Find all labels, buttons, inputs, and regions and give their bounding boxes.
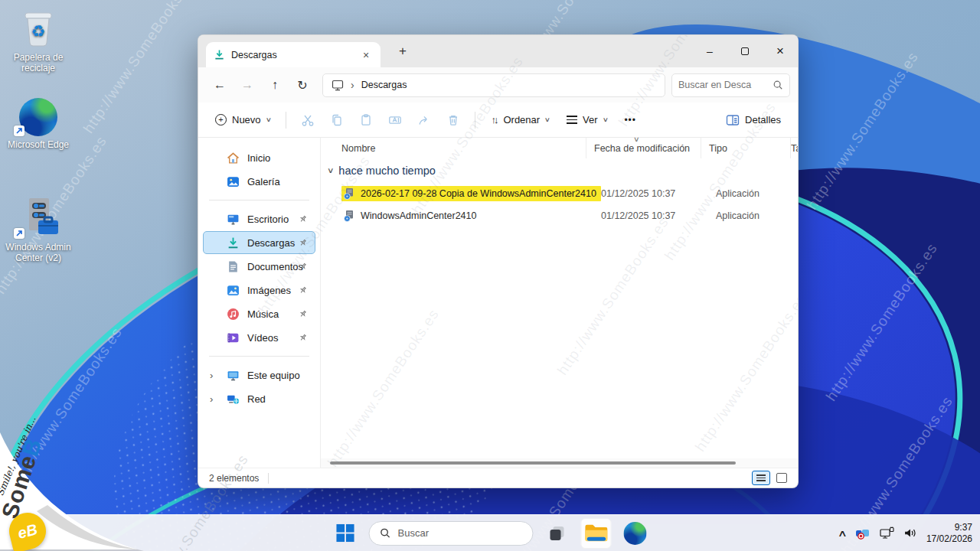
pin-icon <box>298 262 308 272</box>
tab-descargas[interactable]: Descargas × <box>206 42 381 67</box>
maximize-button[interactable] <box>727 35 763 67</box>
music-icon <box>227 308 240 321</box>
more-options-button[interactable]: ••• <box>616 107 644 133</box>
refresh-button[interactable]: ↻ <box>289 73 316 97</box>
view-button[interactable]: Ver ∨ <box>559 107 615 133</box>
pictures-icon <box>227 284 240 297</box>
sort-button-label: Ordenar <box>503 114 540 126</box>
column-header-nombre[interactable]: Nombre <box>321 138 586 158</box>
sort-button[interactable]: ↑↓ Ordenar ∨ <box>483 107 557 133</box>
taskbar-search-input[interactable] <box>398 527 523 539</box>
share-button[interactable] <box>410 108 438 132</box>
windows-logo-icon <box>335 523 354 543</box>
forward-button[interactable]: → <box>234 73 261 97</box>
navigation-pane: Inicio Galería Escritorio <box>198 138 321 468</box>
status-bar: 2 elementos <box>198 468 798 487</box>
sidebar-item-videos[interactable]: Vídeos <box>203 326 315 349</box>
column-header-tipo[interactable]: Tipo <box>701 138 790 158</box>
desktop-icon-recycle-bin[interactable]: ♻ Papelera de reciclaje <box>2 6 75 73</box>
sidebar-item-imagenes[interactable]: Imágenes <box>203 279 315 302</box>
status-divider <box>268 473 269 484</box>
sidebar-item-escritorio[interactable]: Escritorio <box>203 207 315 230</box>
taskbar-search[interactable] <box>369 521 534 546</box>
delete-button[interactable] <box>439 108 467 132</box>
table-row[interactable]: WindowsAdminCenter2410 01/12/2025 10:37 … <box>321 204 798 227</box>
chevron-right-icon[interactable]: › <box>210 393 213 405</box>
table-row[interactable]: 2026-02-17 09-28 Copia de WindowsAdminCe… <box>321 182 798 204</box>
sidebar-separator <box>209 200 309 201</box>
file-name-wrap: WindowsAdminCenter2410 <box>341 208 481 223</box>
new-tab-button[interactable]: + <box>393 44 413 59</box>
sidebar-item-musica[interactable]: Música <box>203 302 315 325</box>
horizontal-scrollbar[interactable] <box>321 458 798 468</box>
explorer-search-input[interactable] <box>678 80 769 90</box>
desktop-icon-windows-admin-center[interactable]: Windows Admin Center (v2) <box>2 196 75 263</box>
rename-button[interactable] <box>381 108 409 132</box>
pin-icon <box>298 333 308 343</box>
task-view-button[interactable] <box>542 518 573 549</box>
pin-icon <box>298 309 308 319</box>
tab-close-icon[interactable]: × <box>359 49 373 61</box>
sidebar-label: Red <box>247 393 266 405</box>
sidebar-item-red[interactable]: › Red <box>203 387 315 410</box>
edge-taskbar-button[interactable] <box>620 518 651 549</box>
column-header-fecha[interactable]: ∨ Fecha de modificación <box>586 138 701 158</box>
group-header[interactable]: ∨ hace mucho tiempo <box>321 158 798 182</box>
minimize-button[interactable]: – <box>692 35 727 67</box>
column-header-tamano[interactable]: Tamaño <box>790 138 798 158</box>
desktop-icon-microsoft-edge[interactable]: Microsoft Edge <box>2 93 75 150</box>
start-button[interactable] <box>330 518 361 549</box>
cut-button[interactable] <box>294 108 322 132</box>
close-button[interactable]: × <box>763 35 798 67</box>
desktop-icon-label: Papelera de reciclaje <box>2 52 75 73</box>
sidebar-item-descargas[interactable]: Descargas <box>203 231 315 254</box>
sidebar-label: Descargas <box>247 237 295 249</box>
sidebar-label: Música <box>247 308 279 320</box>
sidebar-label: Documentos <box>247 261 303 272</box>
file-name: 2026-02-17 09-28 Copia de WindowsAdminCe… <box>361 188 596 199</box>
edge-icon <box>624 522 647 545</box>
breadcrumb-location[interactable]: Descargas <box>361 80 407 90</box>
thumbnails-view-toggle[interactable] <box>776 473 787 483</box>
this-pc-icon <box>227 369 240 382</box>
edge-icon <box>2 93 75 136</box>
chevron-down-icon: ∨ <box>544 116 550 123</box>
details-button-label: Detalles <box>745 114 781 126</box>
sidebar-item-galeria[interactable]: Galería <box>203 170 315 193</box>
sidebar-item-documentos[interactable]: Documentos <box>203 255 315 278</box>
file-explorer-taskbar-button[interactable] <box>581 518 612 549</box>
clock[interactable]: 9:37 17/02/2026 <box>926 522 972 545</box>
details-pane-button[interactable]: Detalles <box>718 107 789 133</box>
tab-title: Descargas <box>231 50 277 60</box>
details-view-toggle[interactable] <box>752 471 770 485</box>
tray-chevron-up-icon[interactable]: ∧ <box>838 528 848 539</box>
sidebar-item-este-equipo[interactable]: › Este equipo <box>203 364 315 386</box>
delete-icon <box>446 113 460 127</box>
explorer-search[interactable] <box>671 73 790 97</box>
scrollbar-thumb[interactable] <box>330 461 736 465</box>
breadcrumb-separator: › <box>351 79 354 91</box>
up-button[interactable]: ↑ <box>261 73 289 97</box>
sidebar-item-inicio[interactable]: Inicio <box>203 146 315 169</box>
breadcrumb[interactable]: › Descargas <box>322 73 665 97</box>
tray-app-icon[interactable] <box>855 527 871 540</box>
group-label: hace mucho tiempo <box>338 165 436 177</box>
volume-icon[interactable] <box>903 527 917 540</box>
chevron-right-icon[interactable]: › <box>210 370 213 381</box>
videos-icon <box>227 331 240 344</box>
file-modified: 01/12/2025 10:37 <box>593 188 708 199</box>
chevron-down-icon: ∨ <box>327 166 335 174</box>
chevron-down-icon: ∨ <box>602 116 608 123</box>
file-type: Aplicación <box>708 188 798 199</box>
download-icon <box>214 49 225 60</box>
paste-button[interactable] <box>352 108 380 132</box>
pin-icon <box>298 238 308 248</box>
view-lines-icon <box>567 116 577 124</box>
sidebar-separator <box>209 356 309 357</box>
toolbar-divider <box>286 112 286 129</box>
back-button[interactable]: ← <box>206 73 234 97</box>
gallery-icon <box>227 175 240 188</box>
network-tray-icon[interactable] <box>880 527 894 540</box>
copy-button[interactable] <box>323 108 351 132</box>
new-button[interactable]: + Nuevo ∨ <box>207 107 278 133</box>
